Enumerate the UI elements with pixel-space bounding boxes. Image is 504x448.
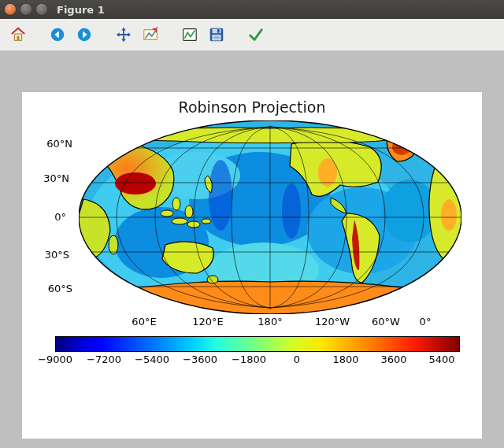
cb-tick-5400: 5400 xyxy=(428,354,454,365)
lat-tick-30n: 30°N xyxy=(43,172,69,184)
home-button[interactable] xyxy=(6,23,30,46)
subplots-icon xyxy=(181,26,198,43)
pan-button[interactable] xyxy=(112,23,135,46)
lat-tick-0: 0° xyxy=(54,211,66,223)
figure-window: Figure 1 xyxy=(0,0,504,448)
floppy-save-icon xyxy=(208,26,225,43)
move-icon xyxy=(115,26,132,43)
map-svg xyxy=(79,120,461,314)
window-title: Figure 1 xyxy=(57,4,105,16)
home-icon xyxy=(9,26,27,43)
svg-point-27 xyxy=(161,210,173,217)
configure-subplots-button[interactable] xyxy=(178,23,202,46)
plot-title: Robinson Projection xyxy=(22,98,482,116)
edit-params-button[interactable] xyxy=(244,23,268,46)
matplotlib-toolbar xyxy=(0,19,504,51)
cb-tick-3600: 3600 xyxy=(380,354,406,365)
save-button[interactable] xyxy=(205,23,228,46)
check-icon xyxy=(247,26,265,43)
zoom-button[interactable] xyxy=(139,23,162,46)
window-close-button[interactable] xyxy=(5,4,16,15)
lon-tick-60e: 60°E xyxy=(132,316,156,328)
svg-rect-7 xyxy=(213,29,221,34)
svg-rect-44 xyxy=(56,337,459,351)
svg-point-31 xyxy=(185,205,193,218)
figure-canvas[interactable]: Robinson Projection 60°N 30°N 0° 30°S 60… xyxy=(0,51,504,448)
lat-tick-60s: 60°S xyxy=(48,283,72,294)
back-arrow-icon xyxy=(49,26,66,43)
titlebar[interactable]: Figure 1 xyxy=(0,0,504,19)
lon-tick-120w: 120°W xyxy=(315,316,350,328)
cb-tick-n1800: −1800 xyxy=(232,354,266,365)
svg-point-22 xyxy=(209,160,232,231)
lon-tick-120e: 120°E xyxy=(192,316,224,328)
svg-rect-8 xyxy=(217,29,220,33)
svg-point-28 xyxy=(172,218,187,224)
lon-tick-60w: 60°W xyxy=(372,316,400,328)
map-robinson xyxy=(79,120,461,314)
zoom-rect-icon xyxy=(142,26,159,43)
back-button[interactable] xyxy=(46,23,69,46)
forward-arrow-icon xyxy=(76,26,93,43)
axes: Robinson Projection 60°N 30°N 0° 30°S 60… xyxy=(22,92,482,439)
cb-tick-0: 0 xyxy=(294,354,300,365)
lon-tick-0: 0° xyxy=(420,316,432,328)
svg-point-35 xyxy=(441,199,457,231)
cb-tick-n9000: −9000 xyxy=(38,354,72,365)
lat-tick-30s: 30°S xyxy=(45,249,69,261)
cb-tick-1800: 1800 xyxy=(332,354,358,365)
cb-tick-n7200: −7200 xyxy=(87,354,121,365)
colorbar-gradient xyxy=(56,337,459,351)
window-minimize-button[interactable] xyxy=(20,4,32,15)
lon-tick-180: 180° xyxy=(258,316,282,328)
colorbar xyxy=(55,336,460,352)
forward-button[interactable] xyxy=(72,23,96,46)
svg-point-25 xyxy=(109,235,118,254)
cb-tick-n3600: −3600 xyxy=(183,354,217,365)
svg-point-32 xyxy=(172,198,180,210)
svg-point-23 xyxy=(282,183,301,239)
svg-rect-1 xyxy=(17,36,20,41)
cb-tick-n5400: −5400 xyxy=(135,354,169,365)
lat-tick-60n: 60°N xyxy=(46,138,72,150)
window-maximize-button[interactable] xyxy=(36,4,47,15)
svg-point-30 xyxy=(202,219,211,224)
